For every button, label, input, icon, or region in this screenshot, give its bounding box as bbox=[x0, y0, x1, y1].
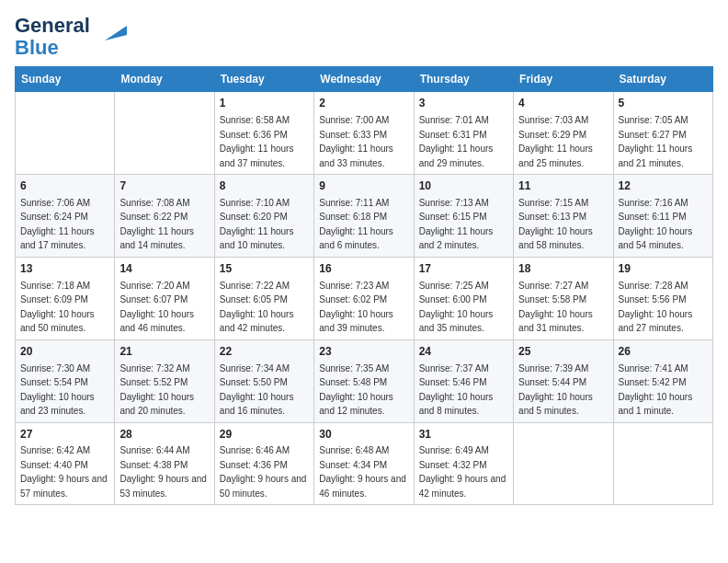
day-number: 13 bbox=[20, 261, 109, 277]
day-info: Sunrise: 7:10 AM Sunset: 6:20 PM Dayligh… bbox=[220, 198, 294, 251]
logo-icon bbox=[97, 18, 127, 48]
calendar-cell: 28Sunrise: 6:44 AM Sunset: 4:38 PM Dayli… bbox=[115, 422, 214, 505]
day-info: Sunrise: 7:28 AM Sunset: 5:56 PM Dayligh… bbox=[619, 281, 693, 334]
calendar-cell: 23Sunrise: 7:35 AM Sunset: 5:48 PM Dayli… bbox=[314, 339, 414, 422]
calendar-week-row: 1Sunrise: 6:58 AM Sunset: 6:36 PM Daylig… bbox=[16, 92, 713, 175]
day-info: Sunrise: 7:06 AM Sunset: 6:24 PM Dayligh… bbox=[20, 198, 95, 251]
day-info: Sunrise: 7:34 AM Sunset: 5:50 PM Dayligh… bbox=[220, 363, 294, 417]
calendar-table: SundayMondayTuesdayWednesdayThursdayFrid… bbox=[15, 66, 713, 505]
calendar-cell: 2Sunrise: 7:00 AM Sunset: 6:33 PM Daylig… bbox=[314, 92, 414, 175]
calendar-cell: 15Sunrise: 7:22 AM Sunset: 6:05 PM Dayli… bbox=[214, 257, 313, 339]
calendar-cell: 5Sunrise: 7:05 AM Sunset: 6:27 PM Daylig… bbox=[613, 92, 712, 175]
calendar-cell: 31Sunrise: 6:49 AM Sunset: 4:32 PM Dayli… bbox=[414, 422, 513, 505]
logo: GeneralBlue bbox=[15, 15, 127, 59]
calendar-cell: 21Sunrise: 7:32 AM Sunset: 5:52 PM Dayli… bbox=[115, 339, 214, 422]
day-info: Sunrise: 7:35 AM Sunset: 5:48 PM Dayligh… bbox=[319, 363, 393, 417]
day-number: 6 bbox=[20, 178, 109, 194]
day-info: Sunrise: 6:46 AM Sunset: 4:36 PM Dayligh… bbox=[220, 445, 307, 499]
day-info: Sunrise: 7:20 AM Sunset: 6:07 PM Dayligh… bbox=[119, 281, 194, 334]
day-info: Sunrise: 7:00 AM Sunset: 6:33 PM Dayligh… bbox=[319, 115, 393, 168]
day-number: 3 bbox=[419, 96, 508, 111]
calendar-cell: 24Sunrise: 7:37 AM Sunset: 5:46 PM Dayli… bbox=[414, 339, 513, 422]
day-info: Sunrise: 6:44 AM Sunset: 4:38 PM Dayligh… bbox=[119, 445, 207, 499]
calendar-cell bbox=[514, 422, 613, 505]
day-number: 22 bbox=[220, 344, 309, 360]
day-header: Friday bbox=[514, 67, 613, 92]
calendar-cell bbox=[613, 422, 712, 505]
day-info: Sunrise: 7:25 AM Sunset: 6:00 PM Dayligh… bbox=[419, 281, 494, 334]
calendar-cell: 12Sunrise: 7:16 AM Sunset: 6:11 PM Dayli… bbox=[613, 175, 712, 258]
day-info: Sunrise: 7:13 AM Sunset: 6:15 PM Dayligh… bbox=[419, 198, 494, 251]
day-number: 5 bbox=[619, 96, 708, 111]
calendar-week-row: 27Sunrise: 6:42 AM Sunset: 4:40 PM Dayli… bbox=[16, 422, 713, 505]
calendar-cell: 16Sunrise: 7:23 AM Sunset: 6:02 PM Dayli… bbox=[314, 257, 414, 339]
calendar-cell: 18Sunrise: 7:27 AM Sunset: 5:58 PM Dayli… bbox=[514, 257, 613, 339]
day-header: Saturday bbox=[613, 67, 712, 92]
day-info: Sunrise: 7:16 AM Sunset: 6:11 PM Dayligh… bbox=[619, 198, 693, 251]
calendar-cell bbox=[16, 92, 115, 175]
calendar-cell: 7Sunrise: 7:08 AM Sunset: 6:22 PM Daylig… bbox=[115, 175, 214, 258]
day-header: Thursday bbox=[414, 67, 513, 92]
day-number: 26 bbox=[619, 344, 708, 360]
calendar-week-row: 6Sunrise: 7:06 AM Sunset: 6:24 PM Daylig… bbox=[16, 175, 713, 258]
day-info: Sunrise: 7:39 AM Sunset: 5:44 PM Dayligh… bbox=[518, 363, 593, 417]
day-info: Sunrise: 6:58 AM Sunset: 6:36 PM Dayligh… bbox=[220, 115, 294, 168]
day-number: 28 bbox=[119, 427, 209, 442]
day-header: Wednesday bbox=[314, 67, 414, 92]
calendar-cell: 19Sunrise: 7:28 AM Sunset: 5:56 PM Dayli… bbox=[613, 257, 712, 339]
day-number: 20 bbox=[20, 344, 109, 360]
calendar-week-row: 13Sunrise: 7:18 AM Sunset: 6:09 PM Dayli… bbox=[16, 257, 713, 339]
calendar-cell: 25Sunrise: 7:39 AM Sunset: 5:44 PM Dayli… bbox=[514, 339, 613, 422]
day-info: Sunrise: 7:41 AM Sunset: 5:42 PM Dayligh… bbox=[619, 363, 693, 417]
day-number: 14 bbox=[119, 261, 209, 277]
calendar-cell: 27Sunrise: 6:42 AM Sunset: 4:40 PM Dayli… bbox=[16, 422, 115, 505]
calendar-cell: 30Sunrise: 6:48 AM Sunset: 4:34 PM Dayli… bbox=[314, 422, 414, 505]
day-info: Sunrise: 7:05 AM Sunset: 6:27 PM Dayligh… bbox=[619, 115, 693, 168]
day-number: 25 bbox=[518, 344, 608, 360]
header: GeneralBlue bbox=[15, 15, 713, 59]
day-header: Tuesday bbox=[214, 67, 313, 92]
day-number: 12 bbox=[619, 178, 708, 194]
day-info: Sunrise: 7:23 AM Sunset: 6:02 PM Dayligh… bbox=[319, 281, 393, 334]
day-number: 23 bbox=[319, 344, 408, 360]
day-number: 31 bbox=[419, 427, 508, 442]
logo-text: GeneralBlue bbox=[15, 15, 90, 59]
calendar-cell: 3Sunrise: 7:01 AM Sunset: 6:31 PM Daylig… bbox=[414, 92, 513, 175]
calendar-cell: 6Sunrise: 7:06 AM Sunset: 6:24 PM Daylig… bbox=[16, 175, 115, 258]
day-info: Sunrise: 7:08 AM Sunset: 6:22 PM Dayligh… bbox=[119, 198, 194, 251]
day-info: Sunrise: 6:49 AM Sunset: 4:32 PM Dayligh… bbox=[419, 445, 506, 499]
calendar-cell: 29Sunrise: 6:46 AM Sunset: 4:36 PM Dayli… bbox=[214, 422, 313, 505]
calendar-cell bbox=[115, 92, 214, 175]
day-info: Sunrise: 7:11 AM Sunset: 6:18 PM Dayligh… bbox=[319, 198, 393, 251]
day-info: Sunrise: 6:48 AM Sunset: 4:34 PM Dayligh… bbox=[319, 445, 406, 499]
day-info: Sunrise: 7:32 AM Sunset: 5:52 PM Dayligh… bbox=[119, 363, 194, 417]
day-info: Sunrise: 7:30 AM Sunset: 5:54 PM Dayligh… bbox=[20, 363, 95, 417]
day-number: 24 bbox=[419, 344, 508, 360]
day-info: Sunrise: 7:37 AM Sunset: 5:46 PM Dayligh… bbox=[419, 363, 494, 417]
day-number: 8 bbox=[220, 178, 309, 194]
day-number: 21 bbox=[119, 344, 209, 360]
day-number: 18 bbox=[518, 261, 608, 277]
calendar-cell: 14Sunrise: 7:20 AM Sunset: 6:07 PM Dayli… bbox=[115, 257, 214, 339]
day-number: 10 bbox=[419, 178, 508, 194]
calendar-week-row: 20Sunrise: 7:30 AM Sunset: 5:54 PM Dayli… bbox=[16, 339, 713, 422]
svg-marker-0 bbox=[105, 26, 127, 40]
day-info: Sunrise: 7:03 AM Sunset: 6:29 PM Dayligh… bbox=[518, 115, 593, 168]
day-info: Sunrise: 7:22 AM Sunset: 6:05 PM Dayligh… bbox=[220, 281, 294, 334]
calendar-header-row: SundayMondayTuesdayWednesdayThursdayFrid… bbox=[16, 67, 713, 92]
day-number: 17 bbox=[419, 261, 508, 277]
day-number: 30 bbox=[319, 427, 408, 442]
calendar-cell: 1Sunrise: 6:58 AM Sunset: 6:36 PM Daylig… bbox=[214, 92, 313, 175]
calendar-cell: 26Sunrise: 7:41 AM Sunset: 5:42 PM Dayli… bbox=[613, 339, 712, 422]
day-header: Sunday bbox=[16, 67, 115, 92]
calendar-cell: 9Sunrise: 7:11 AM Sunset: 6:18 PM Daylig… bbox=[314, 175, 414, 258]
day-info: Sunrise: 7:01 AM Sunset: 6:31 PM Dayligh… bbox=[419, 115, 494, 168]
day-number: 4 bbox=[518, 96, 608, 111]
day-number: 27 bbox=[20, 427, 109, 442]
day-info: Sunrise: 7:15 AM Sunset: 6:13 PM Dayligh… bbox=[518, 198, 593, 251]
calendar-cell: 11Sunrise: 7:15 AM Sunset: 6:13 PM Dayli… bbox=[514, 175, 613, 258]
day-number: 15 bbox=[220, 261, 309, 277]
calendar-cell: 20Sunrise: 7:30 AM Sunset: 5:54 PM Dayli… bbox=[16, 339, 115, 422]
day-header: Monday bbox=[115, 67, 214, 92]
day-info: Sunrise: 7:18 AM Sunset: 6:09 PM Dayligh… bbox=[20, 281, 95, 334]
